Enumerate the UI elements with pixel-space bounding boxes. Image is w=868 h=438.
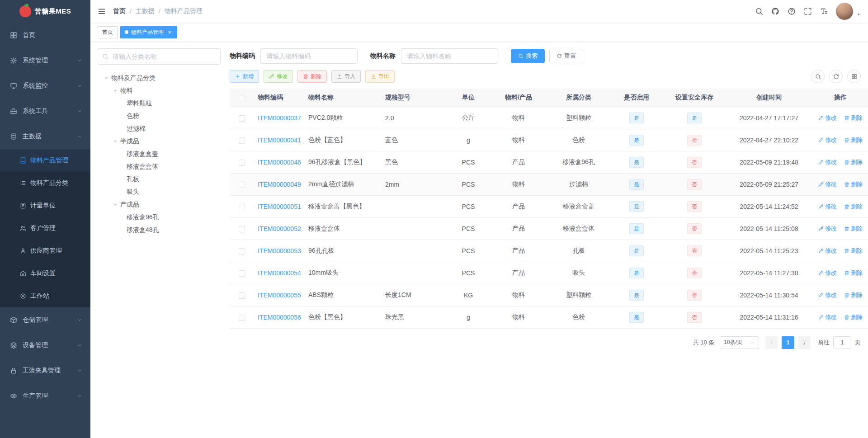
sidebar-item[interactable]: 仓储管理 (0, 307, 90, 333)
row-checkbox[interactable] (239, 315, 245, 321)
search-icon[interactable] (751, 0, 767, 23)
row-edit-link[interactable]: 修改 (818, 225, 837, 233)
row-checkbox[interactable] (239, 137, 245, 144)
row-checkbox[interactable] (239, 182, 245, 188)
material-code-link[interactable]: ITEM00000052 (258, 225, 301, 232)
row-edit-link[interactable]: 修改 (818, 291, 837, 299)
tree-node[interactable]: 移液盒96孔 (98, 211, 221, 224)
refresh-icon[interactable] (829, 70, 843, 83)
material-code-link[interactable]: ITEM00000051 (258, 203, 301, 210)
page-number-button[interactable]: 1 (782, 336, 794, 349)
sidebar-item[interactable]: 系统工具 (0, 99, 90, 124)
user-menu[interactable] (836, 3, 863, 20)
next-page-button[interactable] (798, 336, 811, 349)
row-edit-link[interactable]: 修改 (818, 114, 837, 122)
view-tab[interactable]: 首页 (98, 26, 118, 38)
sidebar-item[interactable]: 生产管理 (0, 383, 90, 409)
row-edit-link[interactable]: 修改 (818, 158, 837, 166)
row-delete-link[interactable]: 删除 (844, 114, 863, 122)
material-code-link[interactable]: ITEM00000037 (258, 114, 301, 122)
breadcrumb-item[interactable]: 主数据 (136, 7, 165, 15)
sidebar-item[interactable]: 工装夹具管理 (0, 358, 90, 383)
grid-icon[interactable] (847, 70, 861, 83)
material-name-input[interactable] (401, 48, 498, 64)
row-edit-link[interactable]: 修改 (818, 247, 837, 255)
sidebar-item[interactable]: 物料产品管理 (0, 149, 90, 172)
category-search-input[interactable] (98, 48, 221, 65)
toolbar-button[interactable]: 导出 (365, 70, 395, 83)
row-checkbox[interactable] (239, 226, 245, 232)
select-all-checkbox[interactable] (239, 95, 245, 101)
row-edit-link[interactable]: 修改 (818, 269, 837, 277)
sidebar-item[interactable]: 首页 (0, 23, 90, 48)
row-delete-link[interactable]: 删除 (844, 158, 863, 166)
sidebar-item[interactable]: 物料产品分类 (0, 172, 90, 194)
breadcrumb-item[interactable]: 物料产品管理 (165, 7, 203, 15)
sidebar-item[interactable]: 主数据 (0, 124, 90, 149)
row-checkbox[interactable] (239, 204, 245, 210)
tree-node[interactable]: 物料 (98, 85, 221, 97)
row-delete-link[interactable]: 删除 (844, 225, 863, 233)
breadcrumb-item[interactable]: 首页 (113, 7, 136, 15)
sidebar-item[interactable]: 工作站 (0, 285, 90, 307)
row-edit-link[interactable]: 修改 (818, 180, 837, 188)
material-code-link[interactable]: ITEM00000056 (258, 314, 301, 321)
material-code-input[interactable] (260, 48, 358, 64)
app-logo[interactable]: 苦糖果MES (0, 0, 90, 23)
row-checkbox[interactable] (239, 115, 245, 122)
row-checkbox[interactable] (239, 292, 245, 299)
fullscreen-icon[interactable] (800, 0, 816, 23)
tree-node[interactable]: 塑料颗粒 (98, 97, 221, 110)
sidebar-item[interactable]: 系统监控 (0, 73, 90, 99)
tree-node[interactable]: 移液盒48孔 (98, 224, 221, 236)
row-delete-link[interactable]: 删除 (844, 180, 863, 188)
tree-node[interactable]: 吸头 (98, 186, 221, 198)
row-delete-link[interactable]: 删除 (844, 291, 863, 299)
material-code-link[interactable]: ITEM00000053 (258, 247, 301, 254)
material-code-link[interactable]: ITEM00000049 (258, 181, 301, 188)
material-code-link[interactable]: ITEM00000054 (258, 269, 301, 277)
row-checkbox[interactable] (239, 248, 245, 254)
sidebar-item[interactable]: 计量单位 (0, 194, 90, 217)
tree-node[interactable]: 色粉 (98, 110, 221, 122)
question-icon[interactable] (783, 0, 800, 23)
row-delete-link[interactable]: 删除 (844, 313, 863, 321)
sidebar-item[interactable]: 供应商管理 (0, 240, 90, 262)
sidebar-item[interactable]: 客户管理 (0, 217, 90, 240)
toolbar-button[interactable]: 导入 (331, 70, 361, 83)
tree-node[interactable]: 产成品 (98, 198, 221, 211)
row-edit-link[interactable]: 修改 (818, 203, 837, 211)
tree-node[interactable]: 孔板 (98, 173, 221, 186)
prev-page-button[interactable] (765, 336, 778, 349)
toolbar-button[interactable]: 新增 (230, 70, 259, 83)
row-delete-link[interactable]: 删除 (844, 203, 863, 211)
search-button[interactable]: 搜索 (511, 49, 545, 63)
row-delete-link[interactable]: 删除 (844, 269, 863, 277)
toolbar-button[interactable]: 修改 (264, 70, 293, 83)
sidebar-item[interactable]: 系统管理 (0, 48, 90, 73)
tree-node[interactable]: 移液盒盒盖 (98, 148, 221, 160)
sidebar-item[interactable]: 车间设置 (0, 262, 90, 285)
close-icon[interactable]: × (166, 29, 173, 35)
material-code-link[interactable]: ITEM00000055 (258, 292, 301, 299)
tree-node[interactable]: 移液盒盒体 (98, 160, 221, 173)
row-edit-link[interactable]: 修改 (818, 136, 837, 144)
sidebar-item[interactable]: 设备管理 (0, 333, 90, 358)
github-icon[interactable] (767, 0, 783, 23)
reset-button[interactable]: 重置 (549, 49, 583, 63)
tree-node[interactable]: 物料及产品分类 (98, 72, 221, 85)
goto-page-input[interactable] (833, 336, 851, 349)
tree-node[interactable]: 过滤棉 (98, 122, 221, 135)
toolbar-button[interactable]: 删除 (297, 70, 327, 83)
font-size-icon[interactable] (816, 0, 832, 23)
view-tab[interactable]: 物料产品管理 × (120, 26, 177, 38)
page-size-select[interactable]: 10条/页 (720, 336, 759, 349)
hamburger-icon[interactable] (90, 0, 113, 23)
row-delete-link[interactable]: 删除 (844, 136, 863, 144)
user-avatar[interactable] (836, 3, 853, 20)
material-code-link[interactable]: ITEM00000046 (258, 159, 301, 166)
row-delete-link[interactable]: 删除 (844, 247, 863, 255)
tree-node[interactable]: 半成品 (98, 135, 221, 148)
material-code-link[interactable]: ITEM00000041 (258, 137, 301, 144)
row-checkbox[interactable] (239, 160, 245, 166)
